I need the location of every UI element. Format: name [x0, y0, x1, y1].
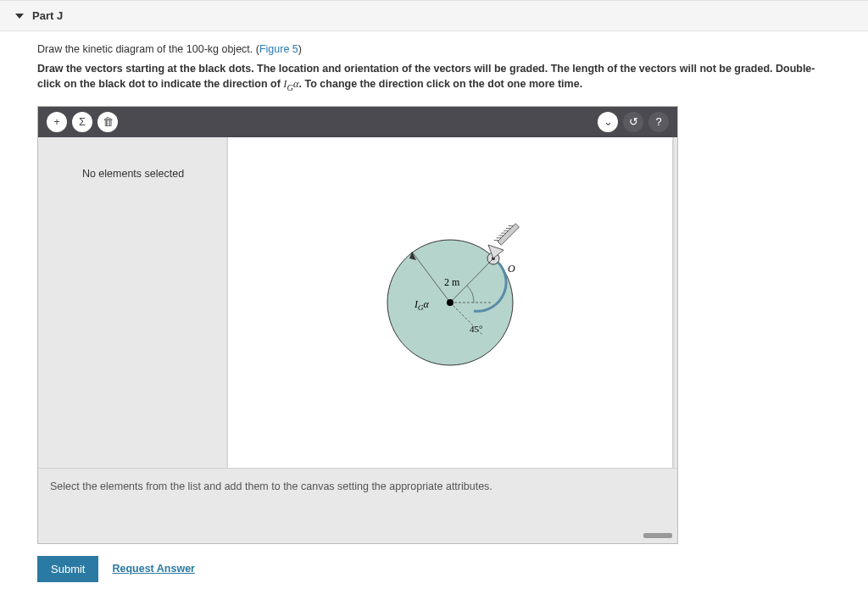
content-area: Draw the kinetic diagram of the 100-kg o… [0, 31, 868, 599]
part-title: Part J [32, 9, 63, 22]
instr-after: . To change the direction click on the d… [299, 78, 583, 90]
request-answer-link[interactable]: Request Answer [112, 563, 194, 575]
part-header[interactable]: Part J [0, 0, 868, 31]
toolbar: + Σ 🗑 ⌄ ↺ ? [38, 107, 677, 137]
hint-bar: Select the elements from the list and ad… [38, 468, 677, 543]
scrollbar-thumb[interactable] [643, 533, 672, 538]
intro-before: Draw the kinetic diagram of the 100-kg o… [37, 43, 259, 55]
sigma-button[interactable]: Σ [72, 112, 92, 132]
drawing-panel: + Σ 🗑 ⌄ ↺ ? No elements selected [37, 106, 678, 544]
intro-text: Draw the kinetic diagram of the 100-kg o… [37, 43, 831, 55]
workspace: No elements selected [38, 137, 677, 468]
intro-after: ) [298, 43, 302, 55]
label-45: 45° [470, 324, 482, 334]
help-button[interactable]: ? [648, 112, 669, 132]
figure-link[interactable]: Figure 5 [259, 43, 298, 55]
toolbar-right: ⌄ ↺ ? [598, 112, 669, 132]
selection-status: No elements selected [55, 168, 211, 180]
hint-text: Select the elements from the list and ad… [50, 480, 492, 492]
selection-pane: No elements selected [38, 137, 228, 468]
instructions-text: Draw the vectors starting at the black d… [37, 62, 831, 94]
label-2m: 2 m [444, 276, 460, 288]
center-dot[interactable] [447, 299, 453, 306]
label-o: O [508, 263, 515, 275]
drawing-canvas[interactable]: 2 m IGα 45° O [228, 137, 672, 468]
trash-button[interactable]: 🗑 [97, 112, 118, 132]
add-button[interactable]: + [47, 112, 67, 132]
collapse-icon[interactable] [15, 14, 24, 19]
figure-svg: 2 m IGα 45° O [365, 218, 535, 387]
ground-plate [498, 223, 519, 244]
instr-var: IGα [283, 78, 298, 90]
submit-button[interactable]: Submit [37, 556, 98, 582]
toolbar-left: + Σ 🗑 [47, 112, 118, 132]
dropdown-button[interactable]: ⌄ [598, 112, 618, 132]
submit-row: Submit Request Answer [37, 556, 831, 582]
reset-button[interactable]: ↺ [623, 112, 643, 132]
